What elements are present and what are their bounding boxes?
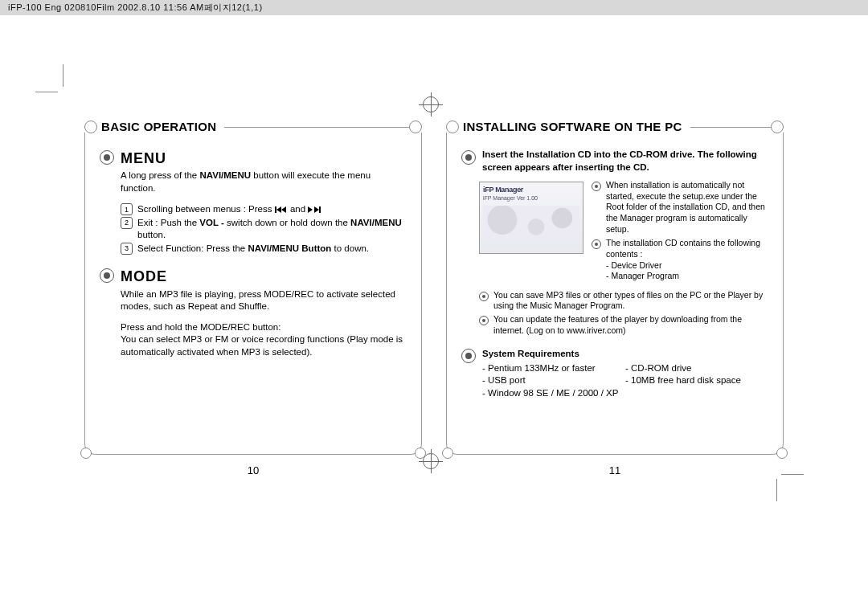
corner-icon [80, 447, 92, 459]
left-title-tab: BASIC OPERATION [84, 121, 422, 133]
section-bullet-icon [461, 349, 476, 363]
bullet-icon [479, 316, 489, 325]
text: - USB port [482, 374, 625, 387]
menu-item-2: 2 Exit : Push the VOL - switch down or h… [121, 217, 407, 242]
bullet-icon [592, 182, 601, 191]
page-number-left: 10 [85, 464, 421, 476]
tab-line [224, 127, 415, 128]
list-item: You can save MP3 files or other types of… [479, 290, 768, 312]
left-title: BASIC OPERATION [92, 121, 221, 133]
number-box-icon: 2 [121, 217, 133, 229]
right-title: INSTALLING SOFTWARE ON THE PC [453, 121, 687, 133]
page-left: BASIC OPERATION MENU A long press of the… [84, 121, 422, 466]
list-item: You can update the features of the playe… [479, 314, 768, 336]
text: Exit : Push the VOL - switch down or hol… [137, 217, 407, 242]
text: Select Function: Press the [137, 243, 248, 253]
bold-text: NAVI/MENU [199, 170, 251, 180]
menu-heading: MENU [121, 149, 407, 168]
mode-heading: MODE [121, 267, 407, 286]
section-bullet-icon [461, 150, 476, 165]
screenshot-image [483, 206, 579, 241]
corner-icon [442, 447, 453, 459]
bold-text: NAVI/MENU Button [248, 243, 331, 253]
spread-wrapper: BASIC OPERATION MENU A long press of the… [0, 16, 868, 578]
installer-screenshot: iFP Manager iFP Manager Ver 1.00 [479, 182, 583, 254]
right-body: Insert the Installation CD into the CD-R… [446, 133, 784, 455]
tab-cap-icon [409, 121, 422, 133]
bullet-icon [592, 239, 601, 249]
page-number-right: 11 [447, 464, 783, 476]
text: You can save MP3 files or other types of… [493, 290, 768, 312]
menu-item-1: 1 Scrolling between menus : Press and [121, 203, 407, 216]
menu-item-3: 3 Select Function: Press the NAVI/MENU B… [121, 243, 407, 255]
text: The installation CD contains the followi… [606, 238, 768, 282]
sysreq-col-right: - CD-ROM drive - 10MB free hard disk spa… [625, 362, 768, 400]
tab-cap-icon [84, 121, 97, 133]
number-box-icon: 1 [121, 203, 133, 215]
screenshot-title: iFP Manager [483, 186, 579, 194]
screenshot-subtitle: iFP Manager Ver 1.00 [483, 195, 579, 201]
text: and [290, 204, 308, 214]
text: - 10MB free hard disk space [625, 374, 768, 387]
section-sysreq: System Requirements - Pentium 133MHz or … [461, 347, 768, 399]
text: - CD-ROM drive [625, 362, 768, 375]
text: Select Function: Press the NAVI/MENU But… [137, 243, 369, 255]
section-mode: MODE While an MP3 file is playing, press… [100, 267, 407, 358]
sysreq-columns: - Pentium 133MHz or faster - USB port - … [482, 362, 768, 400]
bullet-icon [479, 292, 489, 301]
list-item: The installation CD contains the followi… [592, 238, 768, 282]
tab-line [690, 127, 776, 128]
corner-icon [415, 447, 426, 459]
mode-p2: Press and hold the MODE/REC button: [121, 321, 407, 334]
bold-text: VOL - [199, 218, 223, 227]
section-bullet-icon [100, 150, 114, 165]
corner-icon [776, 447, 788, 459]
text: - Window 98 SE / ME / 2000 / XP [482, 387, 625, 400]
text: switch down or hold down the [224, 218, 350, 227]
mode-p1: While an MP3 file is playing, press MODE… [121, 288, 407, 313]
tab-cap-icon [446, 121, 459, 133]
wide-bullets: You can save MP3 files or other types of… [479, 290, 768, 337]
bold-text: NAVI/MENU [350, 218, 402, 227]
sysreq-col-left: - Pentium 133MHz or faster - USB port - … [482, 362, 625, 400]
menu-intro: A long press of the NAVI/MENU button wil… [121, 170, 407, 194]
text: to down. [331, 243, 369, 253]
section-bullet-icon [100, 268, 114, 283]
text: - Pentium 133MHz or faster [482, 362, 625, 375]
section-install: Insert the Installation CD into the CD-R… [461, 149, 768, 174]
print-header: iFP-100 Eng 020810Film 2002.8.10 11:56 A… [0, 0, 868, 15]
text: A long press of the [121, 170, 199, 180]
install-details: iFP Manager iFP Manager Ver 1.00 When in… [479, 180, 768, 285]
text: Scrolling between menus : Press and [137, 203, 321, 216]
page-right: INSTALLING SOFTWARE ON THE PC Insert the… [446, 121, 784, 466]
text: button. [137, 230, 166, 239]
left-body: MENU A long press of the NAVI/MENU butto… [84, 133, 422, 455]
number-box-icon: 3 [121, 243, 133, 255]
mode-p3: You can select MP3 or FM or voice record… [121, 333, 407, 358]
section-menu: MENU A long press of the NAVI/MENU butto… [100, 149, 407, 255]
right-title-tab: INSTALLING SOFTWARE ON THE PC [446, 121, 784, 133]
install-intro: Insert the Installation CD into the CD-R… [482, 149, 768, 174]
text: Exit : Push the [137, 218, 199, 227]
text: Scrolling between menus : Press [137, 204, 275, 214]
text: You can update the features of the playe… [493, 314, 768, 336]
tab-cap-icon [771, 121, 784, 133]
sysreq-heading: System Requirements [482, 349, 579, 358]
list-item: When installation is automatically not s… [592, 180, 768, 235]
text: When installation is automatically not s… [606, 180, 768, 235]
